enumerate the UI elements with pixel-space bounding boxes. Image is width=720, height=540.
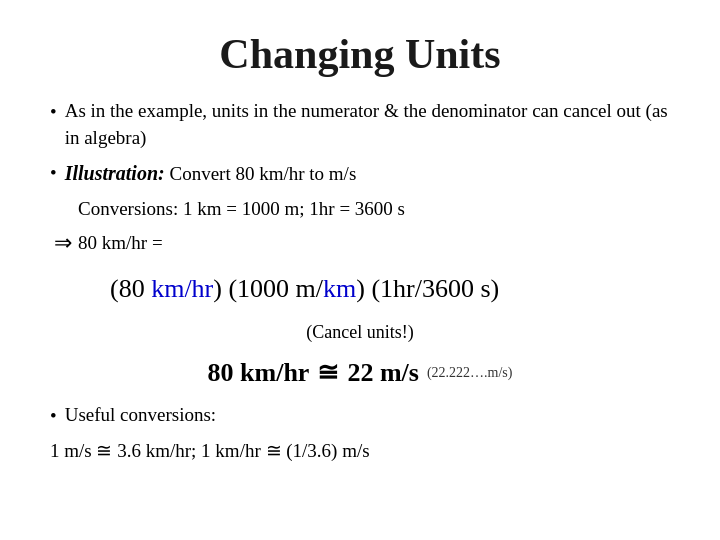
conversions-block: Conversions: 1 km = 1000 m; 1hr = 3600 s xyxy=(78,196,670,223)
formula-part1: (80 xyxy=(110,274,151,303)
formula-part2: ) (1000 m/ xyxy=(213,274,323,303)
conversions-text: Conversions: 1 km = 1000 m; 1hr = 3600 s xyxy=(78,198,405,219)
formula-km2: km xyxy=(323,274,356,303)
bullet-2-dot: • xyxy=(50,160,57,187)
result-right: 22 m/s xyxy=(347,358,419,388)
formula-part3: ) (1hr/3600 s) xyxy=(356,274,499,303)
bullet-3-dot: • xyxy=(50,403,57,430)
arrow-line: ⇒ 80 km/hr = xyxy=(54,230,670,256)
formula-line: (80 km/hr) (1000 m/km) (1hr/3600 s) xyxy=(110,272,670,306)
bullet-item-2: • Illustration: Convert 80 km/hr to m/s xyxy=(50,159,670,188)
result-line: 80 km/hr ≅ 22 m/s (22.222….m/s) xyxy=(50,357,670,388)
illustration-label: Illustration: xyxy=(65,162,165,184)
bullet-1-text: As in the example, units in the numerato… xyxy=(65,98,670,151)
useful-text: 1 m/s ≅ 3.6 km/hr; 1 km/hr ≅ (1/3.6) m/s xyxy=(50,440,370,461)
bullet-2-content: Illustration: Convert 80 km/hr to m/s xyxy=(65,159,357,188)
cancel-note: (Cancel units!) xyxy=(50,322,670,343)
arrow-text: 80 km/hr = xyxy=(78,232,163,254)
content-area: • As in the example, units in the numera… xyxy=(50,98,670,464)
bullet-2-text: Convert 80 km/hr to m/s xyxy=(165,163,357,184)
bullet-3-text: Useful conversions: xyxy=(65,402,216,429)
useful-conversions-line: 1 m/s ≅ 3.6 km/hr; 1 km/hr ≅ (1/3.6) m/s xyxy=(50,438,670,465)
bullet-item-3: • Useful conversions: xyxy=(50,402,670,430)
result-left: 80 km/hr xyxy=(208,358,310,388)
arrow-symbol: ⇒ xyxy=(54,230,72,256)
result-note: (22.222….m/s) xyxy=(427,365,513,381)
approx-symbol: ≅ xyxy=(317,357,339,388)
slide-title: Changing Units xyxy=(50,30,670,78)
bullet-item-1: • As in the example, units in the numera… xyxy=(50,98,670,151)
bullet-1-dot: • xyxy=(50,99,57,126)
formula-km: km/hr xyxy=(151,274,213,303)
slide: Changing Units • As in the example, unit… xyxy=(0,0,720,540)
